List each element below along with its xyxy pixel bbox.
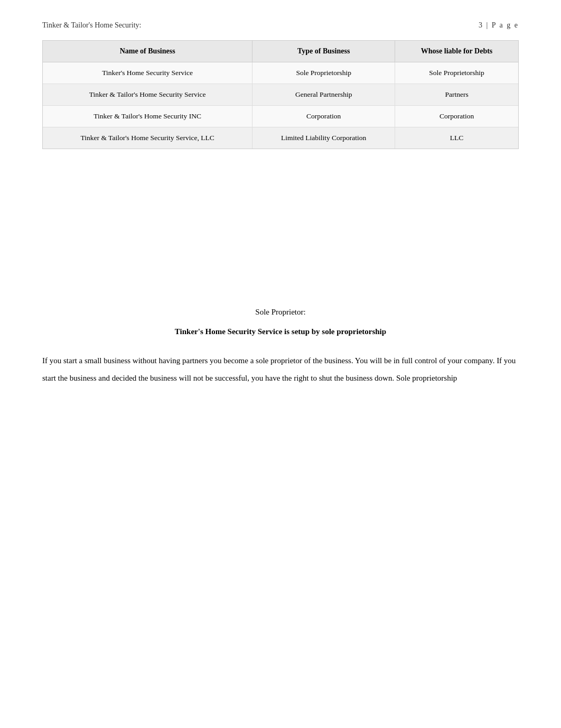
- table-header-row: Name of Business Type of Business Whose …: [43, 41, 518, 62]
- cell-liable: Partners: [395, 84, 518, 106]
- table-row: Tinker's Home Security ServiceSole Propr…: [43, 62, 518, 84]
- page: Tinker & Tailor's Home Security: 3 | P a…: [0, 0, 561, 408]
- col-header-liable: Whose liable for Debts: [395, 41, 518, 62]
- cell-business-name: Tinker's Home Security Service: [43, 62, 253, 84]
- table-row: Tinker & Tailor's Home Security Service,…: [43, 127, 518, 149]
- header-page: 3 | P a g e: [479, 21, 519, 30]
- col-header-type: Type of Business: [253, 41, 395, 62]
- cell-liable: Sole Proprietorship: [395, 62, 518, 84]
- cell-business-name: Tinker & Tailor's Home Security Service,…: [43, 127, 253, 149]
- cell-business-type: Corporation: [253, 106, 395, 127]
- header-title: Tinker & Tailor's Home Security:: [42, 21, 141, 30]
- section-subtitle: Tinker's Home Security Service is setup …: [42, 327, 519, 336]
- cell-liable: Corporation: [395, 106, 518, 127]
- cell-business-type: General Partnership: [253, 84, 395, 106]
- table-row: Tinker & Tailor's Home Security INCCorpo…: [43, 106, 518, 127]
- table-body: Tinker's Home Security ServiceSole Propr…: [43, 62, 518, 149]
- cell-business-name: Tinker & Tailor's Home Security INC: [43, 106, 253, 127]
- header: Tinker & Tailor's Home Security: 3 | P a…: [42, 21, 519, 30]
- cell-business-type: Limited Liability Corporation: [253, 127, 395, 149]
- business-table-container: Name of Business Type of Business Whose …: [42, 40, 519, 149]
- table-row: Tinker & Tailor's Home Security ServiceG…: [43, 84, 518, 106]
- table-header: Name of Business Type of Business Whose …: [43, 41, 518, 62]
- section-body: If you start a small business without ha…: [42, 352, 519, 387]
- cell-business-type: Sole Proprietorship: [253, 62, 395, 84]
- business-table: Name of Business Type of Business Whose …: [43, 41, 518, 149]
- section-title: Sole Proprietor:: [42, 308, 519, 317]
- cell-liable: LLC: [395, 127, 518, 149]
- col-header-name: Name of Business: [43, 41, 253, 62]
- cell-business-name: Tinker & Tailor's Home Security Service: [43, 84, 253, 106]
